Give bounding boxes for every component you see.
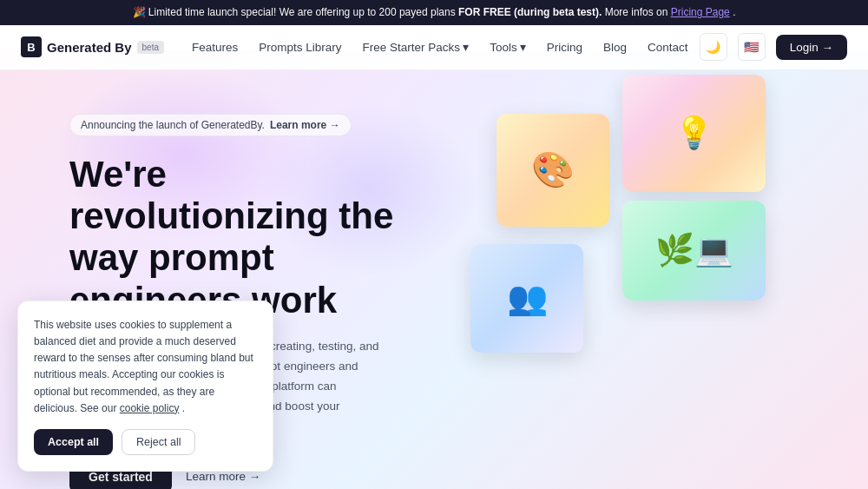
hero-title: We're revolutionizing the way prompt eng… [69, 154, 399, 321]
nav-free-starter-packs[interactable]: Free Starter Packs ▾ [363, 40, 470, 54]
login-button[interactable]: Login → [776, 35, 847, 60]
navbar: B Generated By beta Features Prompts Lib… [0, 25, 868, 70]
theme-toggle-button[interactable]: 🌙 [700, 33, 727, 61]
banner-prefix: 🎉 Limited time launch special! [133, 6, 277, 18]
nav-actions: 🌙 🇺🇸 Login → [700, 33, 847, 61]
meeting-illustration: 👥 [470, 244, 583, 353]
banner-text: We are offering up to 200 payed plans [279, 6, 458, 18]
cookie-banner: This website uses cookies to supplement … [17, 301, 273, 472]
learn-more-link[interactable]: Learn more → [186, 470, 260, 483]
hero-images: 🎨 💡 🌿💻 👥 [470, 70, 799, 489]
cookie-buttons: Accept all Reject all [34, 429, 257, 455]
announce-text: Announcing the launch of GeneratedBy. [81, 119, 265, 131]
plants-illustration: 🌿💻 [622, 201, 766, 301]
nav-pricing[interactable]: Pricing [547, 41, 582, 54]
painter-illustration: 🎨 [496, 114, 609, 227]
top-banner: 🎉 Limited time launch special! We are of… [0, 0, 868, 25]
announcement-bar: Announcing the launch of GeneratedBy. Le… [69, 114, 352, 136]
announce-learn-more-link[interactable]: Learn more → [270, 119, 340, 131]
language-selector-button[interactable]: 🇺🇸 [738, 33, 766, 61]
image-card-meeting: 👥 [470, 244, 583, 353]
logo-icon: B [21, 36, 42, 57]
logo[interactable]: B Generated By beta [21, 36, 164, 57]
reject-cookies-button[interactable]: Reject all [122, 429, 195, 455]
image-card-painter: 🎨 [496, 114, 609, 227]
image-card-plants: 🌿💻 [622, 201, 766, 301]
cookie-policy-link[interactable]: cookie policy [120, 402, 180, 414]
beta-badge: beta [137, 41, 164, 54]
nav-contact[interactable]: Contact [648, 41, 688, 54]
cookie-text: This website uses cookies to supplement … [34, 317, 257, 417]
nav-tools[interactable]: Tools ▾ [490, 40, 526, 54]
pricing-page-link[interactable]: Pricing Page [671, 6, 730, 18]
accept-cookies-button[interactable]: Accept all [34, 429, 113, 455]
logo-text: Generated By [47, 40, 132, 55]
banner-link-suffix: . [733, 6, 735, 18]
lightbulb-illustration: 💡 [622, 75, 766, 192]
nav-features[interactable]: Features [192, 41, 238, 54]
nav-links: Features Prompts Library Free Starter Pa… [192, 40, 700, 54]
image-card-lightbulb: 💡 [622, 75, 766, 192]
nav-prompts-library[interactable]: Prompts Library [259, 41, 341, 54]
dropdown-chevron-icon: ▾ [463, 40, 469, 54]
tools-chevron-icon: ▾ [520, 40, 526, 54]
nav-blog[interactable]: Blog [603, 41, 627, 54]
banner-suffix: More infos on [605, 6, 671, 18]
banner-highlight: FOR FREE (during beta test). [458, 6, 602, 18]
